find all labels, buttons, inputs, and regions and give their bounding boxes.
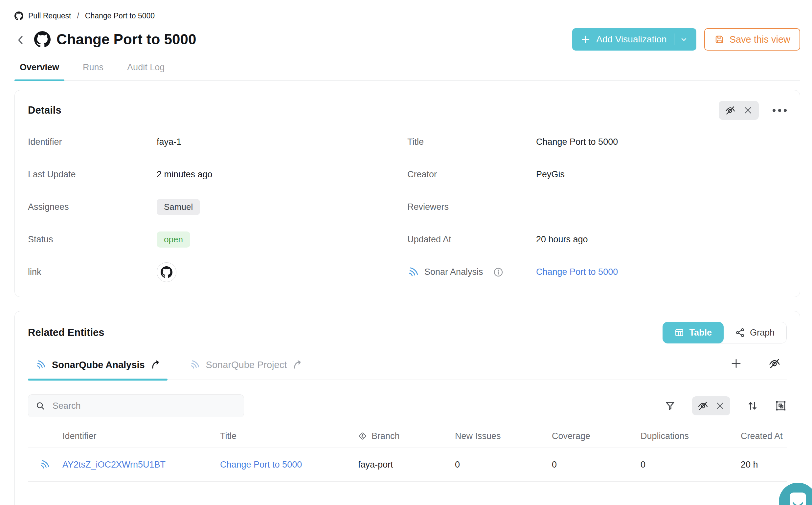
tab-overview[interactable]: Overview [14,62,64,80]
field-label: Reviewers [407,202,536,212]
tab-sonarqube-project[interactable]: SonarQube Project [182,355,310,379]
curve-arrow-icon [292,360,302,370]
curve-arrow-icon [150,360,160,370]
entity-page: Pull Request / Change Port to 5000 Chang… [0,0,812,505]
field-value: Change Port to 5000 [536,137,618,147]
field-value: faya-1 [157,137,181,147]
field-status: Status open [28,223,407,256]
tab-sonarqube-analysis[interactable]: SonarQube Analysis [28,355,168,379]
add-related-entity-button[interactable] [730,358,742,369]
tab-runs[interactable]: Runs [77,62,109,80]
column-duplications[interactable]: Duplications [641,431,741,441]
close-icon[interactable] [715,401,725,411]
row-new-issues: 0 [455,460,552,470]
related-entities-card: Related Entities Table Graph [14,311,800,505]
column-coverage[interactable]: Coverage [552,431,641,441]
chevron-down-icon[interactable] [680,35,688,43]
hide-table-pill[interactable] [692,396,730,415]
row-branch: faya-port [358,460,455,470]
field-sonar-analysis: Sonar Analysis Change Port to 5000 [407,256,787,288]
sonarqube-icon [35,359,46,370]
row-more-options-button[interactable] [787,464,790,466]
column-created-at[interactable]: Created At [741,431,787,441]
table-row[interactable]: AY2tsZ_iOC2XWrn5U1BT Change Port to 5000… [28,448,787,482]
tab-label: SonarQube Project [206,359,287,370]
table-header: Identifier Title Branch New Issues Cover… [28,425,787,448]
more-options-button[interactable] [773,109,787,112]
add-visualization-button[interactable]: Add Visualization [572,28,696,50]
sonarqube-icon [407,266,419,278]
save-this-view-label: Save this view [729,34,790,45]
filter-icon[interactable] [664,400,676,411]
details-right-column: Title Change Port to 5000 Creator PeyGis… [407,126,787,288]
assignee-chip[interactable]: Samuel [157,199,200,215]
chat-icon [790,493,806,505]
sort-icon[interactable] [747,400,759,412]
column-branch[interactable]: Branch [358,431,455,441]
main-content: Pull Request / Change Port to 5000 Chang… [0,11,812,505]
details-fields: Identifier faya-1 Last Update 2 minutes … [28,126,787,288]
field-label: Last Update [28,169,157,180]
related-entities-heading: Related Entities [28,327,105,339]
details-tools [719,101,787,120]
field-updated-at: Updated At 20 hours ago [407,223,787,256]
details-card-header: Details [28,101,787,120]
close-icon[interactable] [743,106,753,115]
github-link-button[interactable] [157,262,176,282]
field-link: link [28,256,407,288]
back-button[interactable] [14,34,27,46]
details-heading: Details [28,105,61,116]
field-label: Updated At [407,234,536,244]
column-title[interactable]: Title [220,431,358,441]
field-value: 20 hours ago [536,234,588,244]
row-created-at: 20 h [741,460,787,470]
table-toolbar [664,396,787,415]
view-toggle: Table Graph [663,322,787,343]
field-label: Title [407,137,536,147]
search-input[interactable] [52,400,236,411]
save-icon [714,34,724,45]
table-controls-row [28,394,787,417]
graph-icon [735,328,745,338]
eye-off-icon[interactable] [768,357,781,370]
info-icon[interactable] [493,267,504,278]
graph-view-label: Graph [750,328,775,338]
add-visualization-label: Add Visualization [596,34,666,45]
details-left-column: Identifier faya-1 Last Update 2 minutes … [28,126,407,288]
related-card-header: Related Entities Table Graph [28,322,787,343]
tab-label: SonarQube Analysis [52,359,145,370]
table-view-button[interactable]: Table [663,322,723,343]
tab-audit-log[interactable]: Audit Log [122,62,170,80]
sonar-analysis-link[interactable]: Change Port to 5000 [536,267,618,277]
row-identifier-link[interactable]: AY2tsZ_iOC2XWrn5U1BT [62,460,220,470]
eye-off-icon[interactable] [697,400,708,411]
field-reviewers: Reviewers [407,191,787,223]
details-card: Details Identifier [14,90,800,297]
breadcrumb-parent[interactable]: Pull Request [28,11,71,20]
field-value: PeyGis [536,169,564,180]
table-icon [674,328,684,338]
plus-icon [581,34,591,44]
graph-view-button[interactable]: Graph [723,322,786,343]
field-value: 2 minutes ago [157,169,212,180]
page-tabs: Overview Runs Audit Log [14,62,800,81]
field-label: Identifier [28,137,157,147]
hide-widget-pill[interactable] [719,101,759,120]
search-icon [35,401,45,411]
field-label: Creator [407,169,536,180]
github-icon [14,11,23,20]
search-box[interactable] [28,394,244,417]
row-title-link[interactable]: Change Port to 5000 [220,460,358,470]
save-this-view-button[interactable]: Save this view [704,28,800,50]
eye-off-icon[interactable] [724,105,736,116]
field-title: Title Change Port to 5000 [407,126,787,158]
table-view-label: Table [689,328,712,338]
related-entity-tabs: SonarQube Analysis SonarQube Project [28,355,787,380]
field-creator: Creator PeyGis [407,158,787,191]
column-identifier[interactable]: Identifier [62,431,220,441]
column-new-issues[interactable]: New Issues [455,431,552,441]
header-actions: Add Visualization Save this view [572,28,800,50]
field-label: Sonar Analysis [425,267,483,277]
branch-tag-icon [358,432,367,441]
group-by-icon[interactable] [775,400,787,412]
